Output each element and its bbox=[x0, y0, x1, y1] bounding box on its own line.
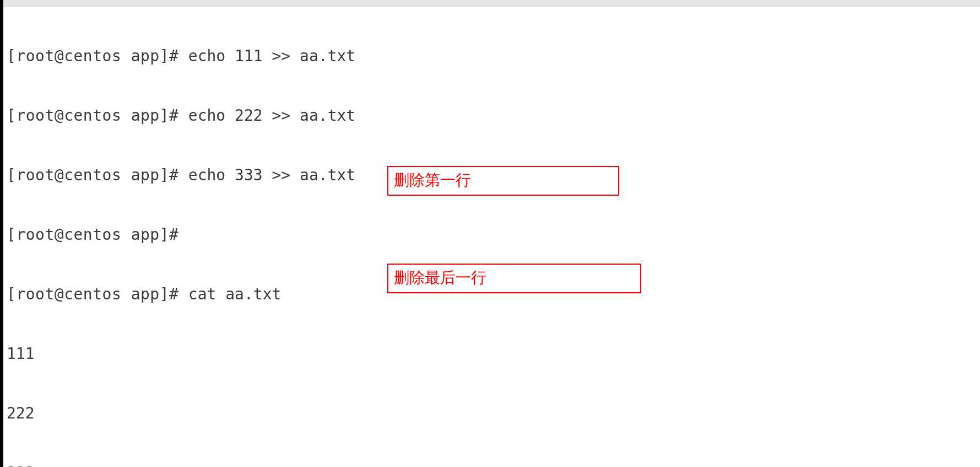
annotation-delete-first-line: 删除第一行 bbox=[387, 166, 619, 196]
annotation-text: 删除最后一行 bbox=[394, 269, 486, 286]
terminal-line: 333 bbox=[7, 463, 980, 467]
annotation-delete-last-line: 删除最后一行 bbox=[387, 264, 641, 293]
output-text: 333 bbox=[7, 464, 35, 467]
command-text: cat aa.txt bbox=[188, 285, 281, 303]
terminal-output[interactable]: [root@centos app]# echo 111 >> aa.txt [r… bbox=[7, 7, 980, 467]
prompt: [root@centos app]# bbox=[7, 47, 188, 65]
terminal-line: [root@centos app]# echo 111 >> aa.txt bbox=[7, 46, 980, 66]
left-black-bar bbox=[0, 0, 3, 467]
terminal-line: [root@centos app]# echo 222 >> aa.txt bbox=[7, 106, 980, 126]
output-text: 111 bbox=[7, 345, 35, 363]
command-text: echo 222 >> aa.txt bbox=[188, 106, 355, 125]
prompt: [root@centos app]# bbox=[7, 285, 188, 303]
command-text: echo 333 >> aa.txt bbox=[188, 166, 355, 184]
prompt: [root@centos app]# bbox=[7, 166, 188, 184]
output-text: 222 bbox=[7, 404, 35, 422]
terminal-line: 222 bbox=[7, 404, 980, 423]
prompt: [root@centos app]# bbox=[7, 106, 188, 125]
terminal-line: [root@centos app]# bbox=[7, 225, 980, 245]
prompt: [root@centos app]# bbox=[7, 226, 188, 244]
annotation-text: 删除第一行 bbox=[394, 171, 471, 189]
terminal-line: 111 bbox=[7, 344, 980, 364]
command-text: echo 111 >> aa.txt bbox=[188, 47, 355, 65]
